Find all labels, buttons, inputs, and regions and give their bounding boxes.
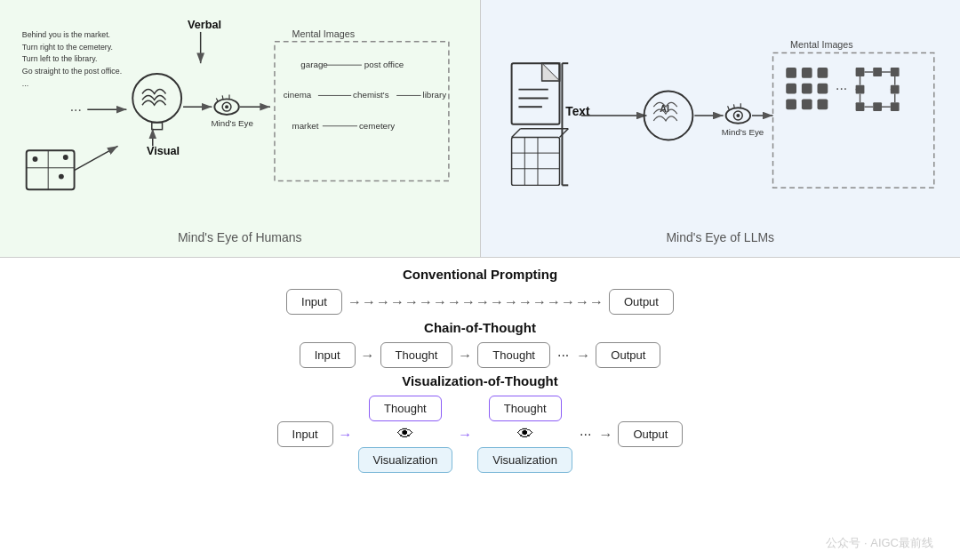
svg-text:...: ... — [836, 77, 847, 92]
svg-rect-80 — [801, 84, 812, 94]
vot-thought1-col: Thought 👁 Visualization — [358, 396, 453, 473]
svg-line-56 — [559, 129, 568, 138]
cot-thought2: Thought — [477, 342, 550, 368]
svg-text:market: market — [292, 121, 319, 131]
vot-output: Output — [618, 421, 683, 447]
vot-thought2-col: Thought 👁 Visualization — [477, 396, 572, 473]
svg-point-63 — [644, 92, 692, 140]
svg-point-15 — [225, 105, 228, 108]
svg-text:...: ... — [70, 99, 82, 114]
svg-text:cemetery: cemetery — [359, 121, 395, 131]
conventional-flow: Input →→→→→→→→→→→→→→→→→→ Output — [286, 289, 674, 315]
humans-panel-title: Mind's Eye of Humans — [13, 230, 467, 244]
cot-input: Input — [300, 342, 356, 368]
vot-arrow1: → — [339, 427, 353, 443]
cot-output: Output — [596, 342, 660, 368]
svg-rect-76 — [786, 68, 796, 78]
svg-rect-86 — [855, 68, 864, 76]
bottom-section: Conventional Prompting Input →→→→→→→→→→→… — [0, 258, 960, 560]
svg-rect-44 — [511, 63, 559, 124]
svg-text:library: library — [423, 90, 447, 100]
svg-rect-77 — [801, 68, 812, 78]
svg-rect-92 — [873, 102, 882, 111]
watermark: 公众号 · AIGC最前线 — [826, 535, 933, 551]
svg-text:post office: post office — [364, 60, 404, 69]
conventional-prompting-block: Conventional Prompting Input →→→→→→→→→→→… — [0, 267, 960, 315]
svg-rect-10 — [152, 123, 163, 130]
svg-text:Turn right to the cemetery.: Turn right to the cemetery. — [22, 43, 113, 52]
svg-rect-84 — [817, 99, 828, 109]
cot-title: Chain-of-Thought — [424, 320, 536, 335]
svg-text:Behind you is the market.: Behind you is the market. — [22, 30, 110, 39]
vot-flow: Input → Thought 👁 Visualization → Though… — [277, 396, 684, 473]
cot-arrow3: → — [576, 348, 590, 364]
vot-eye2: 👁 — [517, 425, 533, 444]
svg-point-9 — [132, 74, 181, 123]
cot-arrow1: → — [361, 348, 375, 364]
llms-panel-title: Mind's Eye of LLMs — [494, 230, 948, 244]
vot-input: Input — [277, 421, 333, 447]
svg-rect-82 — [786, 99, 796, 109]
vot-viz2: Visualization — [477, 447, 572, 473]
cot-dots: ··· — [557, 348, 569, 364]
svg-text:Go straight to the post office: Go straight to the post office. — [22, 67, 122, 76]
humans-panel: Verbal Behind you is the market. Turn ri… — [0, 0, 481, 257]
svg-text:Mind's Eye: Mind's Eye — [721, 127, 764, 137]
conv-input: Input — [286, 289, 342, 315]
svg-rect-78 — [817, 68, 828, 78]
svg-text:Text: Text — [565, 105, 590, 118]
svg-point-37 — [33, 156, 38, 162]
svg-point-38 — [59, 174, 64, 180]
conv-arrow1: →→→→→→→→→→→→→→→→→→ — [348, 294, 604, 310]
svg-text:Turn left to the library.: Turn left to the library. — [22, 54, 98, 63]
svg-text:Visual: Visual — [147, 144, 180, 157]
svg-text:cinema: cinema — [284, 90, 312, 100]
vot-title: Visualization-of-Thought — [402, 373, 558, 388]
vot-eye1: 👁 — [397, 425, 413, 444]
chain-of-thought-block: Chain-of-Thought Input → Thought → Thoug… — [0, 320, 960, 368]
svg-rect-83 — [801, 99, 812, 109]
svg-rect-75 — [772, 52, 933, 188]
svg-rect-50 — [511, 137, 559, 185]
svg-rect-79 — [786, 84, 796, 94]
vot-arrow3: → — [598, 427, 612, 443]
cot-arrow2: → — [458, 348, 472, 364]
llms-panel: Text AI Mind's Eye — [481, 0, 961, 257]
svg-rect-88 — [890, 68, 899, 76]
humans-diagram: Verbal Behind you is the market. Turn ri… — [13, 9, 467, 222]
vot-thought2: Thought — [489, 396, 562, 421]
svg-marker-46 — [541, 63, 559, 81]
svg-text:...: ... — [22, 79, 28, 88]
svg-rect-87 — [873, 68, 882, 76]
cot-thought1: Thought — [380, 342, 453, 368]
svg-rect-93 — [890, 102, 899, 111]
svg-line-41 — [75, 146, 118, 170]
svg-text:Mental Images: Mental Images — [292, 28, 356, 39]
cot-flow: Input → Thought → Thought ··· → Output — [300, 342, 661, 368]
svg-text:chemist's: chemist's — [353, 90, 389, 100]
svg-text:garage: garage — [300, 60, 327, 69]
svg-rect-81 — [817, 84, 828, 94]
llms-diagram: Text AI Mind's Eye — [494, 9, 948, 222]
svg-rect-91 — [855, 102, 864, 111]
svg-text:Verbal: Verbal — [188, 18, 221, 31]
svg-text:Mind's Eye: Mind's Eye — [211, 118, 253, 128]
svg-line-55 — [511, 129, 520, 138]
vot-thought1: Thought — [369, 396, 442, 421]
vot-viz1: Visualization — [358, 447, 453, 473]
svg-text:Mental Images: Mental Images — [790, 39, 853, 50]
svg-point-39 — [63, 155, 68, 160]
svg-point-68 — [736, 114, 740, 117]
conventional-title: Conventional Prompting — [403, 267, 557, 282]
vot-dots: ··· — [580, 427, 591, 443]
vot-block: Visualization-of-Thought Input → Thought… — [0, 373, 960, 473]
conv-output: Output — [609, 289, 674, 315]
vot-arrow2: → — [458, 427, 472, 443]
top-section: Verbal Behind you is the market. Turn ri… — [0, 0, 960, 258]
